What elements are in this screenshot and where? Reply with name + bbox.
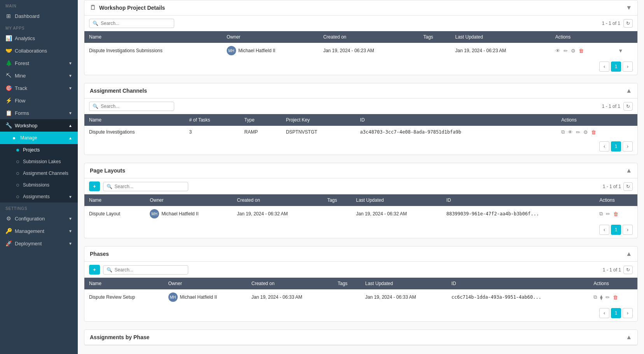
search-icon: 🔍	[107, 184, 112, 189]
edit-icon[interactable]: ✏	[606, 294, 610, 300]
row-type: RAMP	[240, 126, 281, 138]
chevron-down-icon: ▼	[68, 111, 72, 115]
page-1-btn[interactable]: 1	[611, 225, 621, 235]
assignment-channels-refresh-btn[interactable]: ↻	[623, 102, 633, 111]
add-page-layout-btn[interactable]: +	[89, 181, 100, 191]
row-owner: MH Michael Hatfield II	[222, 43, 318, 58]
prev-page-btn[interactable]: ‹	[599, 141, 609, 151]
delete-icon[interactable]: 🗑	[579, 48, 584, 54]
sidebar-item-submission-lakes[interactable]: Submission Lakes	[0, 156, 78, 167]
plus-icon: +	[93, 267, 96, 273]
inactive-dot	[16, 195, 19, 198]
sidebar-item-workshop[interactable]: 🔧 Workshop ▲	[0, 119, 78, 132]
sidebar-item-track[interactable]: 🎯 Track ▼	[0, 82, 78, 94]
delete-icon[interactable]: 🗑	[591, 129, 596, 135]
delete-icon[interactable]: 🗑	[613, 211, 618, 217]
sidebar-item-label: Forest	[15, 60, 29, 66]
page-layouts-search-input[interactable]	[115, 184, 185, 189]
collapse-assignment-channels-btn[interactable]: ▲	[626, 87, 632, 94]
collapse-assignments-by-phase-btn[interactable]: ▲	[626, 334, 632, 341]
table-header-row: Name Owner Created on Tags Last Updated …	[84, 31, 637, 43]
sidebar-item-assignment-channels[interactable]: Assignment Channels	[0, 167, 78, 179]
row-tags	[418, 43, 450, 58]
sidebar-item-label: Deployment	[15, 241, 42, 247]
prev-page-btn[interactable]: ‹	[599, 308, 609, 318]
flow-icon: ⚡	[5, 97, 12, 104]
next-page-btn[interactable]: ›	[623, 62, 633, 72]
edit-icon[interactable]: ✏	[576, 129, 580, 135]
phases-refresh-btn[interactable]: ↻	[623, 266, 633, 274]
collapse-page-layouts-btn[interactable]: ▲	[626, 167, 632, 174]
prev-page-btn[interactable]: ‹	[599, 225, 609, 235]
sidebar-item-configuration[interactable]: ⚙ Configuration ▼	[0, 212, 78, 225]
view-icon[interactable]: 👁	[555, 48, 560, 54]
row-actions: ⧉ ⧫ ✏ 🗑	[589, 289, 637, 305]
sidebar-item-forms[interactable]: 📋 Forms ▼	[0, 107, 78, 119]
page-layouts-section: Page Layouts ▲ + 🔍 1 - 1 of 1 ↻	[84, 163, 638, 238]
sidebar-item-dashboard[interactable]: ⊞ Dashboard	[0, 10, 78, 22]
page-1-btn[interactable]: 1	[611, 308, 621, 318]
sidebar-item-deployment[interactable]: 🚀 Deployment ▼	[0, 237, 78, 250]
view-icon[interactable]: 👁	[568, 129, 573, 135]
sidebar-item-management[interactable]: 🔑 Management ▼	[0, 225, 78, 237]
section-title-assignments-by-phase: Assignments by Phase	[90, 334, 149, 340]
section-header-assignments-by-phase: Assignments by Phase ▲	[84, 330, 637, 345]
edit-icon[interactable]: ✏	[564, 48, 568, 54]
row-project-key: DSPTNVSTGT	[281, 126, 355, 138]
phases-search-box[interactable]: 🔍	[103, 265, 188, 275]
th-created-on: Created on	[247, 278, 333, 289]
edit-icon[interactable]: ✏	[606, 211, 610, 217]
expand-row-btn[interactable]: ▼	[618, 48, 623, 54]
sidebar-item-forest[interactable]: 🌲 Forest ▼	[0, 57, 78, 69]
avatar: MH	[227, 46, 236, 55]
chevron-down-icon: ▼	[68, 229, 72, 233]
prev-page-btn[interactable]: ‹	[599, 62, 609, 72]
sidebar-item-flow[interactable]: ⚡ Flow	[0, 94, 78, 107]
assignment-channels-count: 1 - 1 of 1	[602, 104, 620, 109]
track-icon: 🎯	[5, 85, 12, 91]
page-layouts-refresh-btn[interactable]: ↻	[623, 182, 633, 191]
project-details-search-box[interactable]: 🔍	[89, 19, 174, 28]
project-details-refresh-btn[interactable]: ↻	[623, 19, 633, 28]
inactive-dot	[16, 184, 19, 187]
settings-icon[interactable]: ⚙	[583, 129, 588, 135]
inactive-dot	[16, 160, 19, 163]
copy-icon[interactable]: ⧉	[593, 294, 597, 300]
assignment-channels-search-input[interactable]	[101, 104, 171, 109]
sidebar-item-manage[interactable]: ● Manage ▲	[0, 132, 78, 144]
next-page-btn[interactable]: ›	[623, 141, 633, 151]
sidebar-item-collaborations[interactable]: 🤝 Collaborations	[0, 44, 78, 57]
next-page-btn[interactable]: ›	[623, 308, 633, 318]
project-details-search-input[interactable]	[101, 21, 171, 26]
th-last-updated: Last Updated	[360, 278, 447, 289]
settings-icon[interactable]: ⚙	[571, 48, 576, 54]
inactive-dot	[16, 172, 19, 175]
collapse-phases-btn[interactable]: ▲	[626, 250, 632, 257]
sidebar-item-projects[interactable]: Projects	[0, 144, 78, 156]
chevron-down-icon: ▼	[68, 86, 72, 90]
row-actions: ⧉ 👁 ✏ ⚙ 🗑	[556, 126, 637, 138]
add-phase-btn[interactable]: +	[89, 265, 100, 275]
sidebar-item-mine[interactable]: ⛏ Mine ▼	[0, 69, 78, 82]
sidebar-item-submissions[interactable]: Submissions	[0, 179, 78, 191]
page-1-btn[interactable]: 1	[611, 141, 621, 151]
sidebar-item-assignments[interactable]: Assignments ▼	[0, 191, 78, 203]
copy-icon[interactable]: ⧉	[599, 211, 603, 217]
section-title-phases: Phases	[90, 251, 109, 257]
avatar: MH	[150, 209, 159, 218]
next-page-btn[interactable]: ›	[623, 225, 633, 235]
row-last-updated: Jan 19, 2024 - 06:33 AM	[360, 289, 447, 305]
assignment-channels-search-box[interactable]: 🔍	[89, 102, 174, 111]
management-icon: 🔑	[5, 228, 12, 234]
collapse-project-details-btn[interactable]: ▼	[626, 4, 632, 11]
copy-icon[interactable]: ⧉	[561, 129, 565, 135]
sidebar-item-analytics[interactable]: 📊 Analytics	[0, 32, 78, 44]
page-layouts-search-box[interactable]: 🔍	[103, 182, 188, 191]
layers-icon[interactable]: ⧫	[600, 294, 602, 300]
page-1-btn[interactable]: 1	[611, 62, 621, 72]
th-name: Name	[84, 278, 164, 289]
delete-icon[interactable]: 🗑	[613, 294, 618, 300]
phases-toolbar: + 🔍 1 - 1 of 1 ↻	[84, 262, 637, 278]
phases-search-input[interactable]	[115, 267, 185, 273]
assignment-channels-title: Assignment Channels	[90, 88, 147, 94]
